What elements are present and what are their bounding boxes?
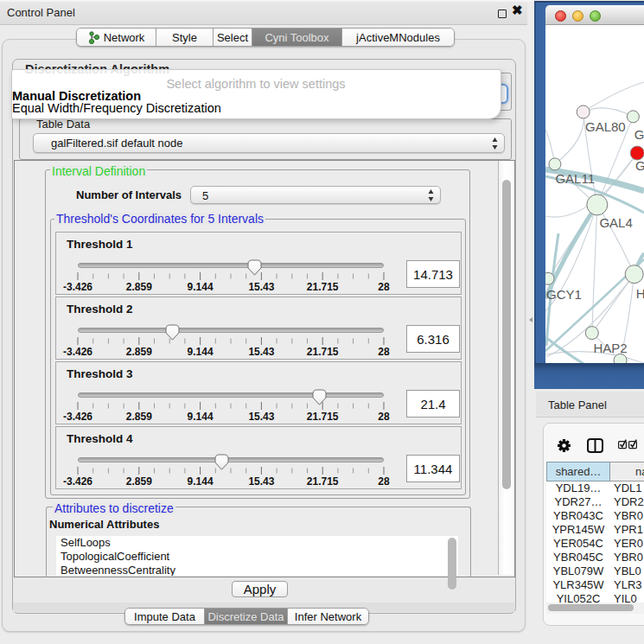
svg-text:GAL80: GAL80 — [585, 119, 626, 134]
svg-text:HAP2: HAP2 — [593, 341, 627, 355]
svg-text:GAL11: GAL11 — [555, 171, 595, 186]
svg-text:H: H — [636, 286, 644, 301]
svg-text:G: G — [635, 158, 644, 173]
svg-text:GCY1: GCY1 — [546, 287, 582, 302]
svg-text:GA: GA — [634, 127, 644, 142]
svg-text:GAL4: GAL4 — [599, 215, 632, 230]
